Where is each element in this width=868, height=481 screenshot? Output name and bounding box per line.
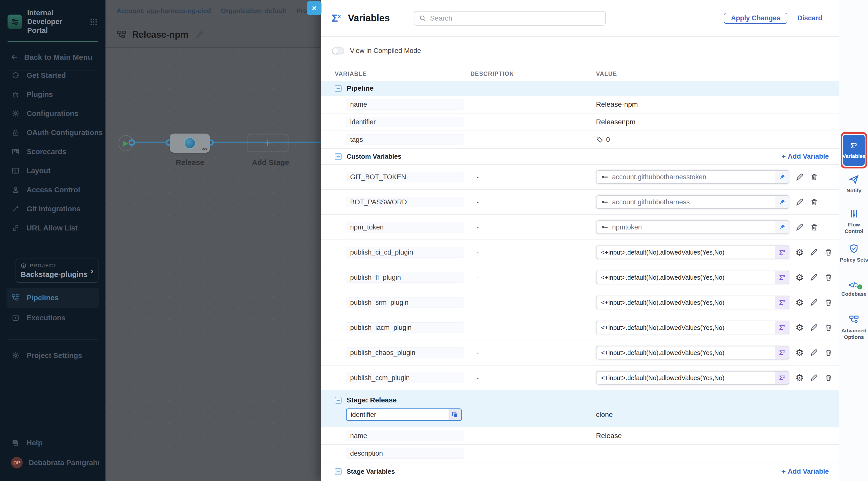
col-value: VALUE — [596, 70, 829, 77]
tags-count: 0 — [606, 135, 610, 143]
compiled-mode-label: View in Compiled Mode — [350, 47, 421, 55]
project-selector[interactable]: PROJECT Backstage-plugins › — [16, 259, 98, 283]
pin-button[interactable] — [775, 196, 789, 209]
edit-pencil-icon[interactable] — [810, 323, 818, 332]
expression-sigma-icon[interactable]: Σx — [775, 296, 789, 309]
variables-panel: Σx Variables Apply Changes Discard View … — [321, 0, 839, 481]
sidebar-item-access-control[interactable]: Access Control — [0, 180, 105, 199]
edit-pencil-icon[interactable] — [810, 348, 818, 357]
sidebar-item-executions[interactable]: Executions — [6, 308, 99, 328]
secret-value-input[interactable]: account.githubbotharness — [596, 195, 789, 209]
add-stage-button[interactable]: + — [247, 134, 288, 152]
delete-trash-icon[interactable] — [824, 298, 833, 307]
delete-trash-icon[interactable] — [810, 198, 818, 206]
copy-button[interactable] — [448, 409, 461, 420]
close-panel-button[interactable]: × — [307, 1, 321, 15]
sidebar-item-pipelines[interactable]: Pipelines — [6, 288, 99, 308]
delete-trash-icon[interactable] — [810, 173, 818, 181]
app-switcher-icon[interactable] — [89, 18, 98, 26]
breadcrumb-separator: › — [290, 7, 292, 14]
app-logo-icon[interactable] — [7, 14, 22, 29]
sidebar-item-project-settings[interactable]: Project Settings — [0, 346, 105, 365]
sidebar-item-scorecards[interactable]: Scorecards — [0, 142, 105, 161]
sidebar-help: Help — [0, 433, 105, 452]
delete-trash-icon[interactable] — [824, 273, 833, 282]
delete-trash-icon[interactable] — [824, 323, 833, 332]
sidebar-item-configurations[interactable]: Configurations — [0, 104, 105, 123]
breadcrumb-organization[interactable]: Organization: default — [221, 7, 286, 15]
paper-plane-icon — [849, 174, 859, 185]
edit-pencil-icon[interactable] — [810, 248, 818, 257]
variable-value: Releasenpm — [596, 118, 829, 126]
edit-pencil-icon[interactable] — [796, 223, 804, 231]
search-input[interactable] — [430, 14, 601, 22]
settings-gear-icon[interactable]: ⚙ — [796, 373, 804, 383]
expression-value-input[interactable]: <+input>.default(No).allowedValues(Yes,N… — [596, 346, 789, 359]
sidebar-item-url-allow-list[interactable]: URL Allow List — [0, 218, 105, 237]
discard-link[interactable]: Discard — [798, 14, 822, 22]
edit-pencil-icon[interactable] — [796, 198, 804, 206]
project-name: Backstage-plugins — [21, 270, 91, 279]
delete-trash-icon[interactable] — [824, 348, 833, 357]
delete-trash-icon[interactable] — [824, 248, 833, 257]
tab-advanced-options[interactable]: Advanced Options — [839, 314, 868, 341]
sidebar-item-get-started[interactable]: Get Started — [0, 66, 105, 85]
expression-sigma-icon[interactable]: Σx — [775, 372, 789, 384]
pin-button[interactable] — [775, 221, 789, 233]
apply-changes-button[interactable]: Apply Changes — [724, 13, 787, 24]
pin-button[interactable] — [775, 171, 789, 183]
tab-codebase[interactable]: </>✓ Codebase — [839, 282, 868, 297]
collapse-minus-icon[interactable] — [335, 397, 342, 404]
variable-name-pill: publish_chaos_plugin — [346, 347, 464, 358]
collapse-minus-icon[interactable] — [335, 85, 342, 92]
git-branch-icon — [11, 205, 20, 213]
tab-policy-sets[interactable]: Policy Sets — [839, 244, 868, 263]
expression-sigma-icon[interactable]: Σx — [775, 321, 789, 334]
variable-name-pill: BOT_PASSWORD — [346, 197, 464, 207]
settings-gear-icon[interactable]: ⚙ — [796, 298, 804, 307]
expression-value-input[interactable]: <+input>.default(No).allowedValues(Yes,N… — [596, 270, 789, 284]
variable-description: - — [470, 173, 596, 181]
delete-trash-icon[interactable] — [824, 374, 833, 382]
expression-sigma-icon[interactable]: Σx — [775, 271, 789, 284]
expression-value-input[interactable]: <+input>.default(No).allowedValues(Yes,N… — [596, 246, 789, 259]
sliders-icon — [849, 209, 859, 219]
edit-pencil-icon[interactable] — [810, 298, 818, 307]
expression-sigma-icon[interactable]: Σx — [775, 347, 789, 359]
settings-gear-icon[interactable]: ⚙ — [796, 323, 804, 332]
sidebar-item-layout[interactable]: Layout — [0, 161, 105, 180]
settings-gear-icon[interactable]: ⚙ — [796, 348, 804, 357]
expression-sigma-icon[interactable]: Σx — [775, 246, 789, 259]
sidebar-item-git-integrations[interactable]: Git Integrations — [0, 199, 105, 218]
collapse-minus-icon[interactable] — [335, 153, 342, 160]
tab-notify[interactable]: Notify — [839, 174, 868, 194]
edit-pencil-icon[interactable] — [796, 173, 804, 181]
expression-value-input[interactable]: <+input>.default(No).allowedValues(Yes,N… — [596, 321, 789, 334]
delete-trash-icon[interactable] — [810, 223, 818, 231]
settings-gear-icon[interactable]: ⚙ — [796, 248, 804, 257]
help-button[interactable]: Help — [0, 433, 105, 452]
breadcrumb-account[interactable]: Account: app-harness-ng-cicd — [117, 7, 211, 15]
edit-pencil-icon[interactable] — [810, 273, 818, 282]
compiled-mode-toggle[interactable] — [332, 47, 344, 55]
sidebar-item-plugins[interactable]: Plugins — [0, 85, 105, 104]
table-row: publish_srm_plugin - <+input>.default(No… — [321, 290, 839, 315]
secret-value-input[interactable]: npmtoken — [596, 220, 789, 234]
add-variable-button[interactable]: +Add Variable — [781, 467, 829, 476]
edit-pencil-icon[interactable] — [195, 30, 204, 39]
user-menu[interactable]: DP Debabrata Panigrahi — [0, 457, 105, 469]
stage-node-release[interactable]: </> — [170, 134, 210, 153]
sidebar-item-oauth-configurations[interactable]: OAuth Configurations — [0, 123, 105, 142]
identifier-input[interactable] — [347, 411, 448, 419]
tab-flow-control[interactable]: Flow Control — [839, 209, 868, 234]
variable-value: Release-npm — [596, 100, 829, 108]
secret-value-input[interactable]: account.githubbotharnesstoken — [596, 170, 789, 184]
settings-gear-icon[interactable]: ⚙ — [796, 273, 804, 282]
add-variable-button[interactable]: +Add Variable — [781, 152, 829, 161]
edit-pencil-icon[interactable] — [810, 374, 818, 382]
variable-description: - — [470, 198, 596, 206]
expression-value-input[interactable]: <+input>.default(No).allowedValues(Yes,N… — [596, 371, 789, 385]
expression-value-input[interactable]: <+input>.default(No).allowedValues(Yes,N… — [596, 296, 789, 309]
settings-gear-icon — [11, 351, 20, 359]
collapse-minus-icon[interactable] — [335, 468, 342, 475]
